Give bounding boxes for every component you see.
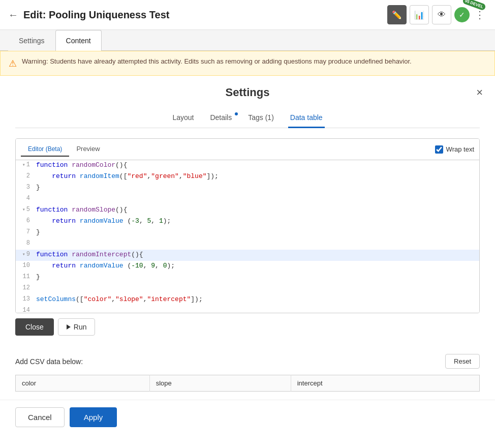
code-line: 14 xyxy=(16,306,479,313)
code-line: 13 setColumns(["color","slope","intercep… xyxy=(16,294,479,306)
data-table: color slope intercept xyxy=(15,375,480,392)
wrap-text-label[interactable]: Wrap text xyxy=(435,145,474,154)
editor-toolbar: Editor (Beta) Preview Wrap text xyxy=(16,139,479,160)
editor-tabs: Editor (Beta) Preview xyxy=(21,142,107,157)
csv-section: Add CSV data below: Reset color slope in… xyxy=(0,346,495,400)
column-intercept: intercept xyxy=(291,375,479,392)
edit-icon-button[interactable]: ✏️ xyxy=(387,5,407,24)
details-dot xyxy=(235,112,238,115)
code-line: 7 } xyxy=(16,227,479,238)
wrap-text-checkbox[interactable] xyxy=(435,145,443,154)
editor-tab-preview[interactable]: Preview xyxy=(69,142,107,157)
devel-check: ✓ xyxy=(454,7,470,22)
editor-tab-editor[interactable]: Editor (Beta) xyxy=(21,142,69,157)
code-line: 2 return randomItem(["red","green","blue… xyxy=(16,171,479,183)
editor-buttons: Close Run xyxy=(15,318,480,336)
warning-icon: ⚠ xyxy=(9,58,17,69)
header-right: ✏️ 📊 👁 ✓ 95 DEVEL ⋮ xyxy=(387,5,487,24)
settings-title: Settings xyxy=(15,86,480,99)
warning-bar: ⚠ Warning: Students have already attempt… xyxy=(0,51,495,76)
settings-panel: Settings × Layout Details Tags (1) Data … xyxy=(0,76,495,346)
table-header: color slope intercept xyxy=(16,375,480,392)
code-line: 6 return randomValue (-3, 5, 1); xyxy=(16,216,479,227)
eye-icon-button[interactable]: 👁 xyxy=(432,5,451,24)
devel-badge-wrap: ✓ 95 DEVEL xyxy=(454,7,470,22)
wrap-text-text: Wrap text xyxy=(446,145,474,153)
csv-label: Add CSV data below: xyxy=(15,357,83,366)
edit-icon: ✏️ xyxy=(392,10,402,20)
close-button[interactable]: Close xyxy=(15,318,54,336)
outer-tabs: Settings Content xyxy=(0,30,495,51)
code-line: ▾5 function randomSlope(){ xyxy=(16,205,479,216)
tab-settings[interactable]: Settings xyxy=(8,30,55,51)
warning-text: Warning: Students have already attempted… xyxy=(22,57,412,65)
column-color: color xyxy=(16,375,150,392)
run-button[interactable]: Run xyxy=(58,318,96,336)
footer: Cancel Apply xyxy=(0,400,495,434)
header: ← Edit: Pooling Uniqueness Test ✏️ 📊 👁 ✓… xyxy=(0,0,495,30)
bar-chart-icon-button[interactable]: 📊 xyxy=(410,5,429,24)
code-line: 10 return randomValue (-10, 9, 0); xyxy=(16,261,479,272)
inner-tabs: Layout Details Tags (1) Data table xyxy=(15,109,480,128)
cancel-button[interactable]: Cancel xyxy=(15,407,65,427)
tab-details[interactable]: Details xyxy=(208,109,234,128)
apply-button[interactable]: Apply xyxy=(70,407,117,427)
code-line: ▾1 function randomColor(){ xyxy=(16,160,479,171)
eye-icon: 👁 xyxy=(438,10,446,19)
tab-tags[interactable]: Tags (1) xyxy=(246,109,276,128)
code-line: 11 } xyxy=(16,272,479,283)
tab-layout[interactable]: Layout xyxy=(170,109,196,128)
code-line: 12 xyxy=(16,283,479,294)
tab-data-table[interactable]: Data table xyxy=(288,109,325,128)
code-line: ▾9 function randomIntercept(){ xyxy=(16,250,479,261)
back-button[interactable]: ← xyxy=(8,9,18,21)
column-slope: slope xyxy=(149,375,291,392)
close-settings-button[interactable]: × xyxy=(476,86,483,99)
reset-button[interactable]: Reset xyxy=(445,354,480,369)
beta-badge: (Beta) xyxy=(46,145,63,153)
page-title: Edit: Pooling Uniqueness Test xyxy=(23,9,169,21)
header-left: ← Edit: Pooling Uniqueness Test xyxy=(8,9,169,21)
tab-content[interactable]: Content xyxy=(55,30,102,51)
table-header-row: color slope intercept xyxy=(16,375,480,392)
code-line: 8 xyxy=(16,238,479,250)
csv-header: Add CSV data below: Reset xyxy=(15,354,480,369)
editor-container: Editor (Beta) Preview Wrap text ▾1 funct… xyxy=(15,138,480,313)
run-triangle-icon xyxy=(67,324,71,330)
code-line: 4 xyxy=(16,194,479,205)
code-editor[interactable]: ▾1 function randomColor(){ 2 return rand… xyxy=(16,160,479,313)
code-line: 3 } xyxy=(16,183,479,194)
bar-chart-icon: 📊 xyxy=(414,10,424,20)
